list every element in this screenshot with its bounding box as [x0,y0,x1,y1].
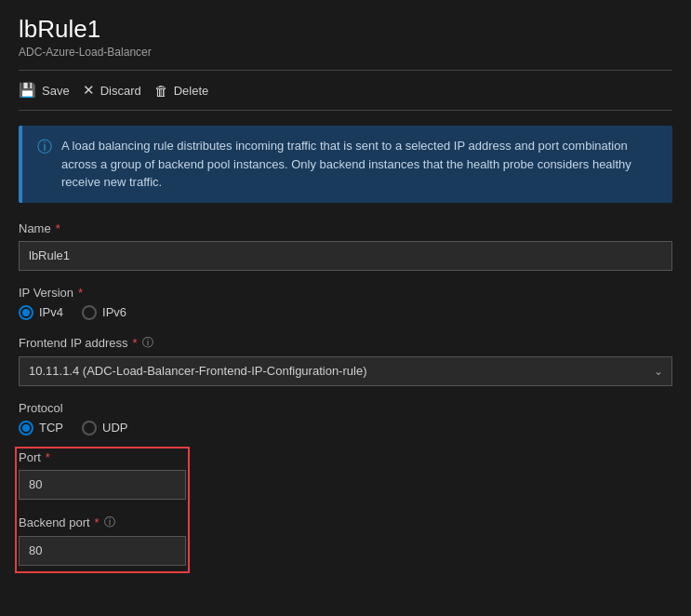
discard-icon: ✕ [83,82,95,99]
backend-port-field-group: Backend port * ⓘ [19,515,672,566]
radio-tcp-dot [19,421,33,435]
ip-version-group: IP Version * IPv4 IPv6 [19,286,672,320]
discard-button[interactable]: ✕ Discard [83,78,154,102]
discard-label: Discard [100,84,141,98]
ip-version-radio-group: IPv4 IPv6 [19,305,672,320]
radio-ipv6[interactable]: IPv6 [82,305,126,320]
radio-tcp[interactable]: TCP [19,421,63,435]
page-container: lbRule1 ADC-Azure-Load-Balancer 💾 Save ✕… [0,0,691,599]
delete-label: Delete [174,84,209,98]
backend-port-required: * [95,516,100,529]
page-subtitle: ADC-Azure-Load-Balancer [19,46,672,59]
name-required: * [56,221,60,235]
port-row [19,470,672,500]
radio-udp-dot [82,421,97,435]
ip-version-required: * [78,286,83,300]
backend-port-left-col [19,536,186,566]
backend-port-input[interactable] [19,536,186,566]
name-input[interactable] [19,241,672,271]
radio-ipv6-label: IPv6 [102,305,126,319]
page-title: lbRule1 [19,15,672,44]
radio-tcp-label: TCP [39,421,63,435]
delete-icon: 🗑 [154,83,168,99]
save-icon: 💾 [19,82,36,99]
frontend-ip-required: * [133,336,138,350]
frontend-ip-info-icon[interactable]: ⓘ [142,335,153,351]
toolbar: 💾 Save ✕ Discard 🗑 Delete [19,70,672,111]
radio-ipv4[interactable]: IPv4 [19,305,63,320]
backend-port-label: Backend port * ⓘ [19,515,672,530]
backend-port-info-icon[interactable]: ⓘ [104,515,115,530]
port-section-wrapper: Port * Backend port * ⓘ [19,450,672,566]
protocol-radio-group: TCP UDP [19,421,672,435]
frontend-ip-select-wrapper: 10.11.1.4 (ADC-Load-Balancer-Frontend-IP… [19,356,672,386]
radio-udp[interactable]: UDP [82,421,127,435]
save-label: Save [42,84,70,98]
radio-ipv6-dot [82,305,97,320]
name-label: Name * [19,221,672,235]
protocol-label: Protocol [19,401,672,415]
frontend-ip-group: Frontend IP address * ⓘ 10.11.1.4 (ADC-L… [19,335,672,386]
radio-ipv4-dot [19,305,33,320]
save-button[interactable]: 💾 Save [19,78,83,102]
port-field-group: Port * [19,450,672,500]
radio-udp-label: UDP [102,421,127,435]
port-left-col [19,470,186,500]
info-banner: ⓘ A load balancing rule distributes inco… [19,126,672,203]
backend-port-row [19,536,672,566]
delete-button[interactable]: 🗑 Delete [154,79,222,102]
radio-ipv4-label: IPv4 [39,305,63,319]
ip-version-label: IP Version * [19,286,672,300]
frontend-ip-label: Frontend IP address * ⓘ [19,335,672,351]
info-banner-text: A load balancing rule distributes incomi… [61,137,658,192]
info-icon: ⓘ [37,138,52,157]
frontend-ip-select[interactable]: 10.11.1.4 (ADC-Load-Balancer-Frontend-IP… [19,356,672,386]
port-input[interactable] [19,470,186,500]
protocol-group: Protocol TCP UDP [19,401,672,435]
port-label: Port * [19,450,672,464]
port-required: * [46,450,50,464]
name-field-group: Name * [19,221,672,271]
